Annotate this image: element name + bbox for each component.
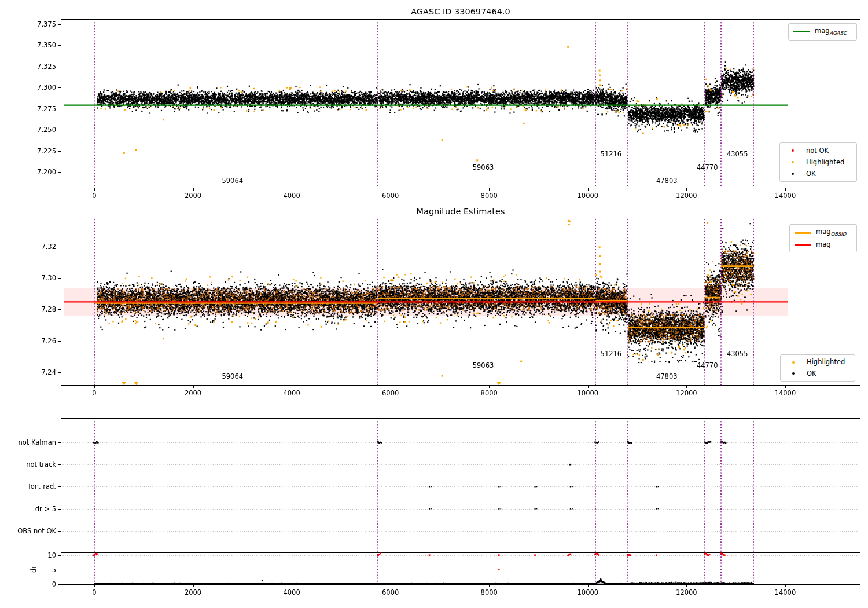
- figure: AGASC ID 330697464.0 Magnitude Estimates…: [0, 0, 868, 608]
- plot-canvas: [0, 0, 868, 608]
